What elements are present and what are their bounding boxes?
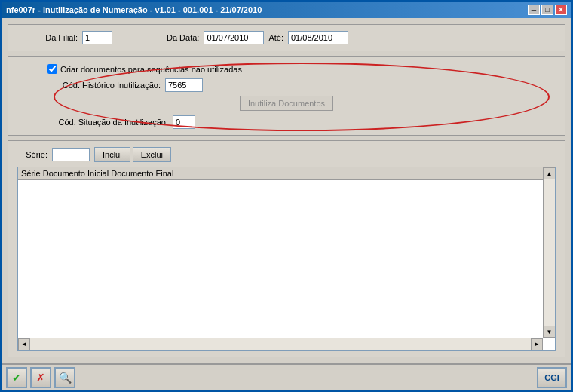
table-header: Série Documento Inicial Documento Final [18, 167, 555, 180]
inutiliza-button[interactable]: Inutiliza Documentos [240, 96, 333, 111]
scroll-up-button[interactable]: ▲ [544, 167, 556, 179]
horizontal-scrollbar[interactable]: ◄ ► [18, 338, 543, 350]
cod-historico-label: Cód. Histórico Inutilização: [32, 81, 161, 90]
serie-table: Série Documento Inicial Documento Final … [17, 167, 556, 351]
cancel-button[interactable]: ✗ [30, 367, 51, 388]
vertical-scrollbar[interactable]: ▲ ▼ [543, 167, 555, 338]
title-bar: nfe007r - Inutilização de Numeração - v1… [2, 2, 571, 18]
situacao-input[interactable] [173, 115, 195, 129]
search-icon: 🔍 [59, 372, 72, 384]
maximize-button[interactable]: □ [541, 5, 553, 15]
middle-section: Criar documentos para sequências não uti… [8, 56, 565, 136]
window-controls: ─ □ ✕ [528, 5, 567, 15]
content-area: Da Filial: Da Data: Até: Criar documento… [2, 18, 571, 363]
scroll-down-button[interactable]: ▼ [544, 326, 556, 338]
checkbox-label: Criar documentos para sequências não uti… [60, 65, 242, 74]
bottom-bar: ✔ ✗ 🔍 CGI [2, 363, 571, 390]
serie-section: Série: Inclui Exclui Série Documento Ini… [8, 140, 565, 357]
situacao-label: Cód. Situação da Inutilização: [32, 118, 168, 127]
minimize-button[interactable]: ─ [528, 5, 540, 15]
table-body[interactable] [18, 180, 555, 350]
scroll-track-vertical[interactable] [544, 179, 555, 326]
main-window: nfe007r - Inutilização de Numeração - v1… [0, 0, 573, 392]
ate-label: Até: [268, 33, 283, 42]
cgi-button[interactable]: CGI [537, 367, 567, 388]
search-button[interactable]: 🔍 [54, 367, 75, 388]
top-section: Da Filial: Da Data: Até: [8, 24, 565, 51]
situacao-row: Cód. Situação da Inutilização: [17, 115, 556, 129]
bottom-left-buttons: ✔ ✗ 🔍 [6, 367, 75, 388]
filial-label: Da Filial: [17, 33, 78, 42]
table-header-text: Série Documento Inicial Documento Final [21, 169, 173, 178]
inclui-button[interactable]: Inclui [94, 147, 130, 162]
close-button[interactable]: ✕ [555, 5, 567, 15]
filial-row: Da Filial: Da Data: Até: [17, 31, 556, 44]
serie-controls: Inclui Exclui [94, 147, 171, 162]
checkbox-row: Criar documentos para sequências não uti… [17, 64, 556, 74]
ate-input[interactable] [288, 31, 348, 44]
window-title: nfe007r - Inutilização de Numeração - v1… [6, 5, 262, 14]
inutiliza-row: Inutiliza Documentos [17, 96, 556, 111]
serie-row: Série: Inclui Exclui [17, 147, 556, 162]
serie-label: Série: [17, 150, 47, 159]
criar-documentos-checkbox[interactable] [47, 64, 57, 74]
scroll-right-button[interactable]: ► [531, 338, 543, 351]
filial-input[interactable] [82, 31, 112, 44]
serie-input[interactable] [52, 148, 90, 161]
data-input[interactable] [204, 31, 264, 44]
scroll-left-button[interactable]: ◄ [18, 338, 30, 351]
data-label: Da Data: [167, 33, 199, 42]
cod-historico-row: Cód. Histórico Inutilização: [17, 78, 556, 92]
cod-historico-input[interactable] [165, 78, 203, 92]
check-icon: ✔ [12, 372, 21, 384]
scroll-track-horizontal[interactable] [30, 338, 531, 350]
x-icon: ✗ [36, 372, 45, 384]
confirm-button[interactable]: ✔ [6, 367, 27, 388]
exclui-button[interactable]: Exclui [133, 147, 171, 162]
